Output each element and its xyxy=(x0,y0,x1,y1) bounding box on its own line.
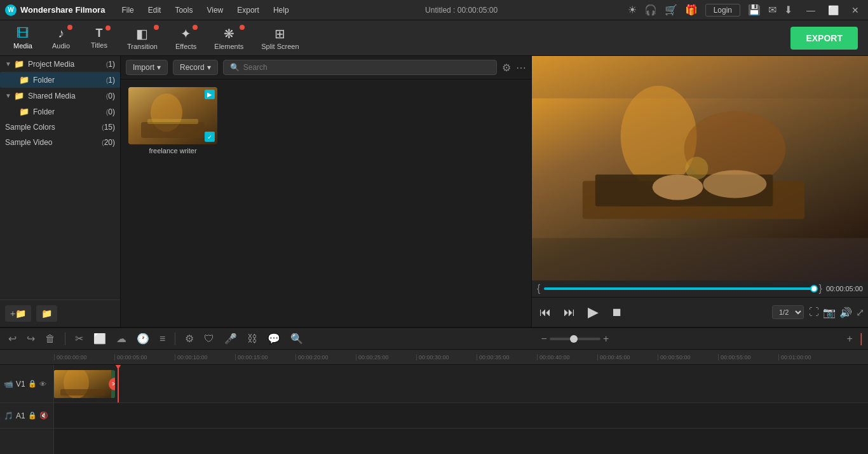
project-media-label: Project Media xyxy=(28,60,106,69)
minimize-button[interactable]: — xyxy=(803,4,819,17)
login-button[interactable]: Login xyxy=(705,4,740,17)
cloud-button[interactable]: ☁ xyxy=(113,331,130,347)
redo-button[interactable]: ↪ xyxy=(24,331,38,347)
mic-button[interactable]: 🎤 xyxy=(221,331,240,347)
new-folder-button[interactable]: 📁 xyxy=(36,305,57,322)
progress-bar[interactable] xyxy=(544,287,815,290)
headphone-icon[interactable]: 🎧 xyxy=(644,4,657,16)
toolbar-media[interactable]: 🎞 Media xyxy=(5,22,41,53)
menu-view[interactable]: View xyxy=(200,3,229,17)
fullscreen-button[interactable]: ⛶ xyxy=(809,306,819,319)
adjust-button[interactable]: ≡ xyxy=(156,331,168,347)
menu-export[interactable]: Export xyxy=(231,3,266,17)
transition-icon: ◧ xyxy=(136,26,148,41)
in-point-marker[interactable]: { xyxy=(537,283,540,294)
speed-button[interactable]: 🕐 xyxy=(133,331,153,347)
cart-icon[interactable]: 🛒 xyxy=(665,4,677,16)
out-point-marker[interactable]: } xyxy=(819,283,822,294)
zoom-out-button[interactable]: − xyxy=(541,333,547,345)
maximize-button[interactable]: ⬜ xyxy=(824,4,843,17)
zoom-slider[interactable] xyxy=(550,338,600,340)
step-back-button[interactable]: ⏭ xyxy=(560,303,579,322)
titles-icon: T xyxy=(96,27,103,40)
audio-mute-icon[interactable]: 🔇 xyxy=(39,411,48,420)
eye-icon[interactable]: 👁 xyxy=(39,380,46,388)
audio-label: Audio xyxy=(52,42,70,50)
project-media-folder[interactable]: 📁 Folder (1) xyxy=(0,72,120,88)
window-controls: — ⬜ ✕ xyxy=(803,4,863,17)
playhead[interactable] xyxy=(118,365,119,402)
media-toolbar: Import ▾ Record ▾ 🔍 ⚙ ⋯ xyxy=(121,56,531,79)
play-button[interactable]: ▶ xyxy=(584,301,602,323)
delete-button[interactable]: 🗑 xyxy=(42,331,58,347)
gift-icon[interactable]: 🎁 xyxy=(685,4,698,16)
stop-button[interactable]: ⏹ xyxy=(607,303,627,322)
video-track-row: freelance write... ✂ xyxy=(54,365,868,403)
lock-icon[interactable]: 🔒 xyxy=(28,380,37,388)
detach-button[interactable]: ⛓ xyxy=(244,331,261,347)
cut-button[interactable]: ✂ xyxy=(72,331,86,347)
menu-help[interactable]: Help xyxy=(267,3,295,17)
menu-tools[interactable]: Tools xyxy=(168,3,199,17)
shield-button[interactable]: 🛡 xyxy=(201,331,217,347)
toolbar-titles[interactable]: T Titles xyxy=(81,23,117,53)
media-item-freelance-writer[interactable]: ▶ ✓ freelance writer xyxy=(128,87,217,319)
snapshot-button[interactable]: 📷 xyxy=(823,306,836,319)
download-icon[interactable]: ⬇ xyxy=(784,4,792,16)
video-track-label: 📹 V1 🔒 👁 xyxy=(0,365,53,403)
toolbar-elements[interactable]: ❋ Elements xyxy=(207,22,251,54)
mail-icon[interactable]: ✉ xyxy=(768,4,776,16)
import-button[interactable]: Import ▾ xyxy=(126,60,168,75)
prev-frame-button[interactable]: ⏮ xyxy=(536,303,555,322)
timeline-toolbar: ↩ ↪ 🗑 ✂ ⬜ ☁ 🕐 ≡ ⚙ 🛡 🎤 ⛓ 💬 🔍 − + + | xyxy=(0,328,868,350)
ratio-select[interactable]: 1/2 xyxy=(772,305,804,319)
search-box[interactable]: 🔍 xyxy=(223,60,497,75)
shared-media-section[interactable]: ▼ 📁 Shared Media (0) xyxy=(0,88,120,104)
sample-colors-item[interactable]: Sample Colors (15) xyxy=(0,120,120,135)
filter-button[interactable]: ⚙ xyxy=(502,62,511,74)
toolbar-splitscreen[interactable]: ⊞ Split Screen xyxy=(254,22,306,54)
media-panel: Import ▾ Record ▾ 🔍 ⚙ ⋯ xyxy=(121,56,531,327)
video-clip[interactable]: freelance write... ✂ xyxy=(54,370,115,398)
add-track-button[interactable]: + xyxy=(843,331,855,347)
zoom-in-button[interactable]: + xyxy=(603,333,609,345)
search-input[interactable] xyxy=(243,63,490,72)
expand-button[interactable]: ⤢ xyxy=(856,306,864,319)
menu-edit[interactable]: Edit xyxy=(142,3,168,17)
progress-fill xyxy=(544,287,815,290)
audio-lock-icon[interactable]: 🔒 xyxy=(28,411,37,420)
undo-button[interactable]: ↩ xyxy=(5,331,20,347)
zoom-in-tl-button[interactable]: 🔍 xyxy=(287,331,306,347)
save-icon[interactable]: 💾 xyxy=(748,4,761,16)
progress-thumb xyxy=(810,285,818,292)
audio-button[interactable]: 🔊 xyxy=(839,306,852,319)
subtitle-button[interactable]: 💬 xyxy=(264,331,283,347)
shared-media-folder[interactable]: 📁 Folder (0) xyxy=(0,104,120,120)
menu-file[interactable]: File xyxy=(115,3,140,17)
export-button[interactable]: EXPORT xyxy=(790,27,858,50)
sun-icon[interactable]: ☀ xyxy=(628,4,637,16)
ruler-mark-2: 00:00:10:00 xyxy=(175,354,235,361)
svg-point-10 xyxy=(653,174,703,200)
add-media-button[interactable]: +📁 xyxy=(5,305,31,322)
toolbar-effects[interactable]: ✦ Effects xyxy=(168,22,204,54)
toolbar-audio[interactable]: ♪ Audio xyxy=(43,22,79,53)
sample-video-item[interactable]: Sample Video (20) xyxy=(0,135,120,150)
crop-button[interactable]: ⬜ xyxy=(90,331,109,347)
settings-button[interactable]: ⚙ xyxy=(182,331,197,347)
media-label: Media xyxy=(13,42,32,50)
close-button[interactable]: ✕ xyxy=(848,4,863,17)
toolbar-separator-2 xyxy=(175,333,175,345)
time-display: 00:00:05:00 xyxy=(826,285,863,292)
toolbar-transition[interactable]: ◧ Transition xyxy=(119,22,165,54)
audio-track-label: 🎵 A1 🔒 🔇 xyxy=(0,403,53,429)
zoom-thumb[interactable] xyxy=(570,335,578,343)
grid-view-button[interactable]: ⋯ xyxy=(516,62,526,74)
app-title: Untitled : 00:00:05:00 xyxy=(306,6,618,15)
record-button[interactable]: Record ▾ xyxy=(173,60,218,75)
svg-point-5 xyxy=(621,86,697,188)
project-media-section[interactable]: ▼ 📁 Project Media (1) xyxy=(0,56,120,72)
ruler-mark-4: 00:00:20:00 xyxy=(295,354,356,361)
sample-colors-label: Sample Colors xyxy=(5,123,102,132)
split-playhead-button[interactable]: | xyxy=(860,331,863,346)
